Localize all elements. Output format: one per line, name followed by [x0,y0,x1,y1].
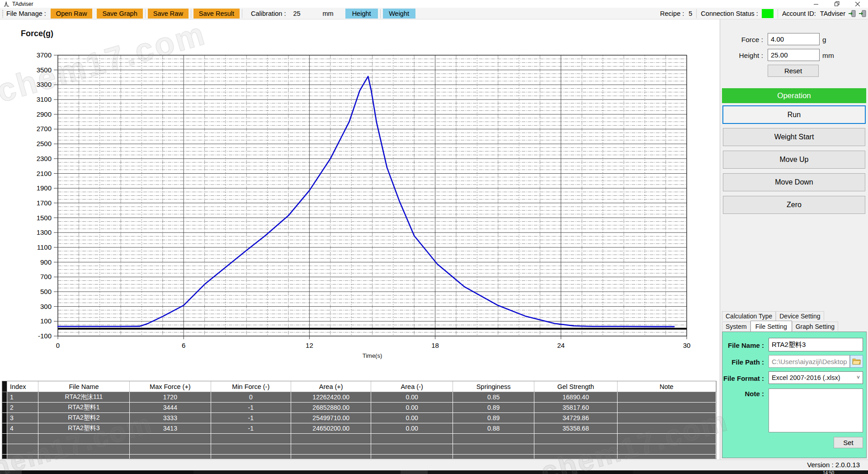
table-cell [130,455,211,459]
login-icon[interactable] [848,10,856,17]
table-row[interactable]: 2RTA2塑料13444-126852880.000.000.8935817.6… [2,403,716,413]
tab-device-setting[interactable]: Device Setting [776,311,824,321]
svg-text:1500: 1500 [37,214,52,222]
svg-text:700: 700 [40,273,52,280]
open-raw-button[interactable]: Open Raw [51,9,93,19]
table-cell [291,444,371,454]
table-cell: 1720 [130,392,211,402]
table-cell [453,455,534,459]
note-label: Note : [722,390,764,398]
table-column-header: Note [618,381,716,392]
svg-text:1100: 1100 [37,243,52,251]
file-name-input[interactable] [769,338,863,351]
table-row[interactable]: 4RTA2塑料33413-124650200.000.000.8835358.6… [2,423,716,434]
svg-text:3500: 3500 [37,66,52,74]
table-cell [534,455,617,459]
row-header-cell [2,444,7,454]
move-down-button[interactable]: Move Down [723,173,865,191]
svg-text:1700: 1700 [37,199,52,207]
window-title: TAdviser [12,1,33,7]
toolbar-separator [191,9,191,18]
taskbar-app-button[interactable] [401,470,428,474]
table-row[interactable] [2,434,716,444]
table-cell [618,434,716,444]
force-input-label: Force : [720,36,763,44]
chevron-down-icon: ˅ [857,374,860,381]
table-cell [7,434,38,444]
table-column-header: Index [7,381,38,392]
recipe-value: 5 [689,10,692,17]
table-cell [211,455,291,459]
save-graph-button[interactable]: Save Graph [97,9,142,19]
logout-icon[interactable] [859,10,866,17]
toolbar-separator [778,9,778,18]
minimize-button[interactable] [806,0,826,8]
table-cell: RTA2塑料3 [38,423,130,433]
toolbar-separator [145,9,146,18]
file-path-input[interactable] [769,355,850,368]
save-result-button[interactable]: Save Result [193,9,240,19]
weight-start-button[interactable]: Weight Start [723,128,865,146]
folder-icon [852,358,861,365]
table-cell [453,434,534,444]
browse-folder-button[interactable] [850,355,863,368]
run-button[interactable]: Run [722,105,866,124]
table-column-header: Min Force (-) [211,381,291,392]
force-input[interactable] [768,33,820,45]
save-raw-button[interactable]: Save Raw [148,9,189,19]
table-cell [38,444,130,454]
set-button[interactable]: Set [834,437,863,448]
restore-button[interactable] [826,0,847,8]
table-column-header: Gel Strength [534,381,617,392]
svg-text:0: 0 [56,341,60,349]
table-row[interactable]: 1RTA2泡沫1111720012262420.000.000.8516890.… [2,392,716,403]
windows-taskbar[interactable]: 14:50 [0,470,868,474]
taskbar-start-area[interactable] [0,470,22,474]
connection-status-indicator [762,9,774,18]
height-unit-label: mm [822,52,834,60]
table-row[interactable] [2,455,716,459]
file-setting-panel: File Name : File Path : File Format : Ex… [722,332,867,458]
table-cell [211,444,291,454]
tab-file-setting[interactable]: File Setting [750,321,792,332]
svg-text:2700: 2700 [37,125,52,133]
table-cell: 24650200.00 [291,423,371,433]
taskbar-apps-area[interactable] [579,470,633,474]
close-button[interactable] [847,0,868,8]
reset-button[interactable]: Reset [768,65,819,77]
table-row[interactable]: 3RTA2塑料23333-125499710.000.000.8934729.8… [2,413,716,423]
weight-mode-button[interactable]: Weight [383,9,415,19]
account-id-label: Account ID: [782,10,816,17]
table-cell: 26852880.00 [291,403,371,412]
table-column-header: Springiness [453,381,534,392]
close-icon [855,2,860,6]
table-cell: 0.85 [453,392,534,402]
note-textarea[interactable] [769,389,863,432]
svg-text:100: 100 [40,317,52,325]
taskbar-clock: 14:50 [823,470,834,474]
tab-calculation-type[interactable]: Calculation Type [722,311,776,321]
zero-button[interactable]: Zero [723,196,865,214]
calibration-unit-label: mm [322,10,333,17]
table-cell: 34729.86 [534,413,617,423]
height-mode-button[interactable]: Height [345,9,378,19]
calibration-value[interactable]: 25 [293,10,318,17]
version-label: Version : 2.0.0.13 [807,461,860,469]
table-cell: 3333 [130,413,211,423]
tab-system[interactable]: System [722,322,750,331]
results-table[interactable]: IndexFile NameMax Force (+)Min Force (-)… [2,381,717,459]
file-format-dropdown[interactable]: Excel 2007-2016 (.xlsx) ˅ [769,371,863,384]
height-input[interactable] [768,49,820,61]
taskbar-apps-area[interactable] [22,470,193,474]
row-header-cell [2,434,7,444]
svg-text:300: 300 [40,303,52,310]
settings-tabs-row-2: System File Setting Graph Setting [722,322,838,332]
move-up-button[interactable]: Move Up [723,151,865,169]
table-row[interactable] [2,444,716,455]
tab-graph-setting[interactable]: Graph Setting [792,322,838,331]
table-cell: 25499710.00 [291,413,371,423]
table-cell [618,413,716,423]
svg-text:2500: 2500 [37,140,52,147]
svg-text:500: 500 [40,288,52,295]
table-cell [618,444,716,454]
